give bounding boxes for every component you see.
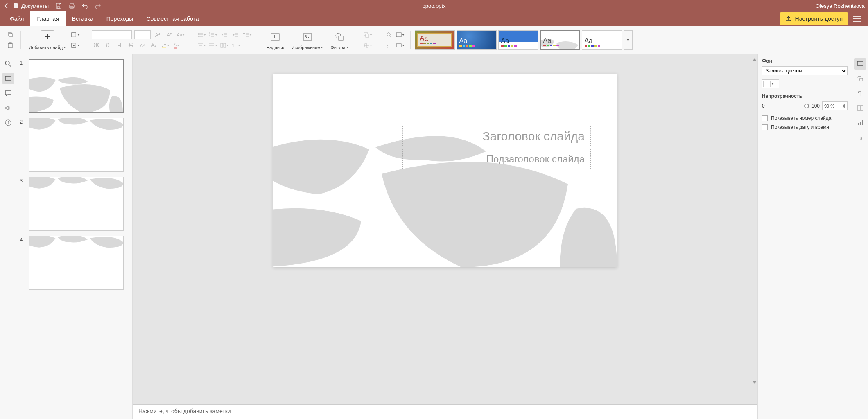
opacity-value-input[interactable]: 99 %	[822, 101, 848, 110]
layout-button[interactable]	[71, 30, 80, 39]
comments-rail-button[interactable]	[2, 88, 14, 99]
scroll-down-button[interactable]	[753, 381, 757, 385]
shape-fill-button[interactable]	[384, 30, 393, 39]
numbering-button[interactable]: 123	[208, 30, 217, 39]
theme-thumb-2[interactable]: Aa	[457, 30, 497, 50]
strike-button[interactable]: S	[126, 41, 135, 50]
copy-button[interactable]	[6, 30, 15, 39]
line-spacing-button[interactable]	[243, 30, 252, 39]
fill-icon	[385, 32, 392, 38]
fill-color-button[interactable]	[762, 79, 779, 88]
italic-button[interactable]: К	[103, 41, 112, 50]
tab-insert[interactable]: Вставка	[66, 11, 100, 26]
info-rail-button[interactable]	[2, 117, 14, 128]
font-color-button[interactable]: A	[172, 41, 181, 50]
clear-format-button[interactable]	[384, 41, 393, 50]
workspace: 1 2 3	[0, 54, 868, 419]
text-art-rail-button[interactable]: Ta	[854, 132, 866, 143]
decrease-font-button[interactable]: A▾	[165, 30, 174, 39]
right-rail: ¶ Ta	[852, 54, 868, 419]
spinner-down[interactable]	[843, 106, 845, 108]
slides-rail-button[interactable]	[2, 73, 14, 84]
slide-thumb-1[interactable]: 1	[20, 59, 129, 113]
slide-thumb-3[interactable]: 3	[20, 177, 129, 231]
undo-button[interactable]	[81, 2, 88, 9]
spinner-up[interactable]	[843, 104, 845, 106]
slider-knob[interactable]	[804, 104, 809, 108]
align-vertical-button[interactable]	[208, 41, 217, 50]
tab-transitions[interactable]: Переходы	[100, 11, 140, 26]
slide-thumb-4[interactable]: 4	[20, 236, 129, 290]
thumb-preview[interactable]	[29, 59, 124, 113]
add-slide-button[interactable]: Добавить слайд	[27, 29, 68, 52]
align-objects-button[interactable]	[363, 41, 372, 50]
tab-home[interactable]: Главная	[30, 11, 65, 26]
menu-button[interactable]	[853, 16, 861, 22]
redo-button[interactable]	[95, 2, 101, 9]
opacity-slider[interactable]	[767, 103, 809, 109]
share-button[interactable]: Настроить доступ	[780, 12, 848, 25]
thumb-preview[interactable]	[29, 118, 124, 172]
decrease-indent-button[interactable]	[220, 30, 229, 39]
insert-columns-button[interactable]	[220, 41, 229, 50]
thumb-preview[interactable]	[29, 177, 124, 231]
slide-thumb-2[interactable]: 2	[20, 118, 129, 172]
thumb-preview[interactable]	[29, 236, 124, 290]
scroll-up-button[interactable]	[753, 57, 757, 61]
shape-settings-icon	[857, 75, 864, 82]
svg-rect-53	[396, 33, 401, 37]
themes-more-button[interactable]	[624, 30, 633, 50]
chart-rail-button[interactable]	[854, 117, 866, 128]
bold-button[interactable]: Ж	[92, 41, 101, 50]
svg-rect-40	[224, 43, 226, 47]
user-name[interactable]: Olesya Rozhentsova	[816, 3, 865, 9]
tab-collaboration[interactable]: Совместная работа	[140, 11, 205, 26]
search-rail-button[interactable]	[2, 58, 14, 70]
subscript-button[interactable]: A₂	[149, 41, 158, 50]
change-case-button[interactable]: Aa	[176, 30, 185, 39]
highlight-button[interactable]	[160, 41, 170, 50]
increase-indent-button[interactable]	[231, 30, 240, 39]
theme-thumb-1[interactable]: Aa	[415, 30, 455, 50]
tab-file[interactable]: Файл	[3, 11, 30, 26]
underline-button[interactable]: Ч	[115, 41, 124, 50]
slide-color-button[interactable]	[396, 30, 405, 39]
image-button[interactable]: Изображение	[289, 29, 326, 52]
slide-settings-rail-button[interactable]	[854, 58, 866, 70]
slide-settings-icon	[857, 60, 864, 68]
font-family-select[interactable]	[92, 30, 132, 39]
text-direction-button[interactable]: ¶	[231, 41, 240, 50]
paste-button[interactable]	[6, 41, 15, 50]
arrange-icon	[363, 32, 370, 38]
show-date-checkbox[interactable]: Показывать дату и время	[762, 124, 848, 130]
shape-button[interactable]: Фигура	[328, 29, 351, 52]
vertical-scrollbar[interactable]	[753, 57, 757, 385]
theme-thumb-4[interactable]: Aa	[540, 30, 580, 50]
shape-settings-rail-button[interactable]	[854, 73, 866, 84]
bullets-button[interactable]	[197, 30, 206, 39]
svg-rect-69	[858, 123, 859, 125]
save-button[interactable]	[55, 2, 62, 9]
table-rail-button[interactable]	[854, 102, 866, 114]
show-slide-number-checkbox[interactable]: Показывать номер слайда	[762, 115, 848, 121]
theme-thumb-3[interactable]: Aa	[498, 30, 538, 50]
paragraph-rail-button[interactable]: ¶	[854, 88, 866, 99]
slide-canvas[interactable]: Заголовок слайда Подзаголовок слайда	[273, 74, 617, 267]
feedback-rail-button[interactable]	[2, 102, 14, 114]
arrange-button[interactable]	[363, 30, 372, 39]
increase-font-button[interactable]: A▴	[153, 30, 162, 39]
title-placeholder[interactable]: Заголовок слайда	[402, 126, 591, 146]
fill-type-select[interactable]: Заливка цветом	[762, 66, 848, 75]
subtitle-placeholder[interactable]: Подзаголовок слайда	[402, 149, 591, 169]
print-button[interactable]	[68, 2, 75, 9]
font-size-select[interactable]	[134, 30, 151, 39]
slide-size-button[interactable]	[396, 41, 405, 50]
back-to-documents-button[interactable]: Документы	[3, 2, 49, 9]
outdent-icon	[221, 32, 228, 38]
text-box-button[interactable]: T Надпись	[264, 29, 287, 52]
align-horizontal-button[interactable]	[197, 41, 206, 50]
notes-pane[interactable]: Нажмите, чтобы добавить заметки	[133, 404, 757, 419]
superscript-button[interactable]: A²	[138, 41, 147, 50]
theme-thumb-5[interactable]: Aa	[582, 30, 622, 50]
play-button[interactable]	[71, 41, 80, 50]
